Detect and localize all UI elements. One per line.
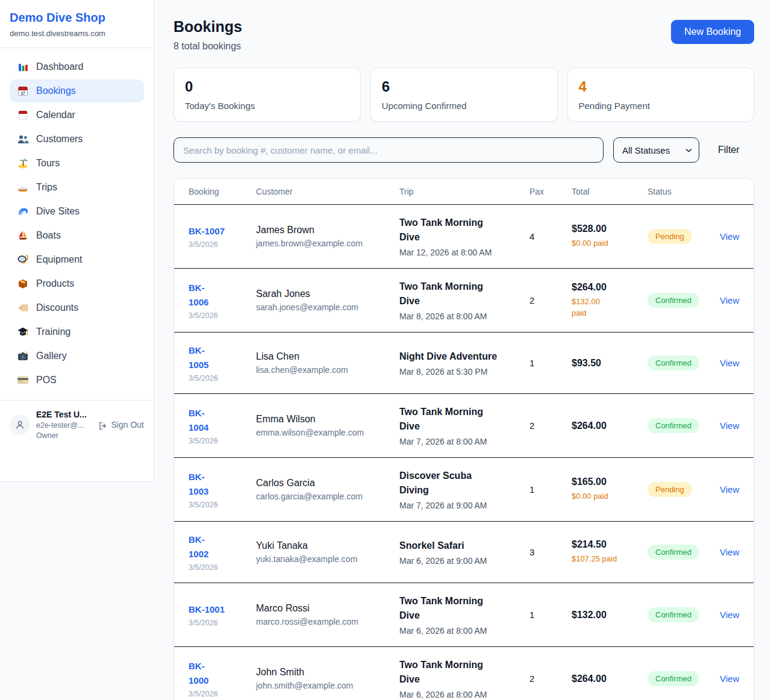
booking-cell: BK-1007 3/5/2026	[189, 224, 256, 249]
svg-text:17: 17	[20, 91, 25, 95]
total-cell: $264.00	[572, 420, 648, 431]
booking-date: 3/5/2026	[189, 563, 256, 572]
booking-number-link[interactable]: BK- 1000	[189, 659, 256, 688]
stat-card: 4 Pending Payment	[567, 67, 755, 122]
booking-number-link[interactable]: BK- 1005	[189, 343, 256, 372]
pax-count: 1	[529, 610, 572, 620]
trip-cell: Two Tank Morning Dive Mar 7, 2026 at 8:0…	[399, 405, 529, 446]
booking-number-link[interactable]: BK- 1002	[189, 533, 256, 561]
trip-name: Two Tank Morning Dive	[399, 216, 517, 245]
calendar-icon	[17, 109, 29, 121]
customer-name: James Brown	[256, 225, 399, 236]
sidebar-item-equipment[interactable]: Equipment	[10, 248, 144, 271]
actions-cell: View	[720, 673, 739, 684]
status-cell: Confirmed	[648, 418, 720, 433]
sidebar-item-dive-sites[interactable]: Dive Sites	[10, 200, 144, 223]
status-badge: Pending	[648, 482, 692, 497]
view-link[interactable]: View	[720, 295, 739, 305]
paid-amount: $132.00 paid	[572, 296, 648, 319]
table-row: BK- 1006 3/5/2026 Sarah Jones sarah.jone…	[174, 268, 754, 332]
customer-email: james.brown@example.com	[256, 239, 399, 248]
booking-cell: BK- 1004 3/5/2026	[189, 406, 256, 445]
brand-block: Demo Dive Shop demo.test.divestreams.com	[0, 0, 154, 48]
booking-number-link[interactable]: BK- 1004	[189, 406, 256, 435]
booking-cell: BK- 1006 3/5/2026	[189, 281, 256, 320]
trip-datetime: Mar 8, 2026 at 8:00 AM	[399, 311, 517, 321]
status-badge: Confirmed	[648, 545, 699, 560]
pax-count: 2	[529, 673, 572, 684]
stat-value: 6	[382, 78, 546, 95]
booking-number-link[interactable]: BK- 1003	[189, 470, 256, 499]
status-badge: Confirmed	[648, 293, 699, 308]
total-amount: $93.50	[572, 358, 648, 369]
sidebar-item-products[interactable]: Products	[10, 272, 144, 295]
new-booking-button[interactable]: New Booking	[671, 20, 754, 44]
trip-datetime: Mar 6, 2026 at 8:00 AM	[399, 690, 517, 699]
paid-amount: $107.25 paid	[572, 553, 648, 565]
sidebar-item-boats[interactable]: Boats	[10, 224, 144, 247]
sidebar-item-calendar[interactable]: Calendar	[10, 104, 144, 127]
speedboat-icon	[17, 181, 29, 193]
user-name: E2E Test U...	[36, 409, 87, 420]
trip-datetime: Mar 6, 2026 at 8:00 AM	[399, 626, 517, 636]
trip-datetime: Mar 7, 2026 at 9:00 AM	[399, 501, 517, 510]
status-cell: Confirmed	[648, 293, 720, 308]
booking-date: 3/5/2026	[189, 619, 256, 627]
trip-cell: Two Tank Morning Dive Mar 6, 2026 at 8:0…	[399, 594, 529, 636]
booking-cell: BK- 1000 3/5/2026	[189, 659, 256, 698]
trip-cell: Two Tank Morning Dive Mar 8, 2026 at 8:0…	[399, 280, 529, 321]
total-cell: $528.00 $0.00 paid	[572, 223, 648, 249]
booking-number-link[interactable]: BK-1001	[189, 602, 256, 617]
sidebar-item-discounts[interactable]: Discounts	[10, 296, 144, 319]
sidebar-item-training[interactable]: Training	[10, 320, 144, 343]
pax-count: 1	[529, 358, 572, 368]
stats-row: 0 Today's Bookings 6 Upcoming Confirmed …	[173, 67, 754, 122]
view-link[interactable]: View	[720, 484, 739, 495]
search-input[interactable]	[173, 137, 604, 163]
calendar-date-icon: 17	[17, 85, 29, 97]
filter-button[interactable]: Filter	[718, 145, 740, 155]
sidebar-item-bookings[interactable]: 17 Bookings	[10, 80, 144, 102]
view-link[interactable]: View	[720, 673, 739, 684]
customer-email: carlos.garcia@example.com	[256, 492, 399, 501]
shop-domain: demo.test.divestreams.com	[10, 29, 144, 38]
sidebar-item-gallery[interactable]: Gallery	[10, 345, 144, 367]
avatar	[10, 414, 30, 435]
status-badge: Confirmed	[648, 418, 699, 433]
actions-cell: View	[720, 484, 739, 495]
booking-number-link[interactable]: BK-1007	[189, 224, 256, 239]
col-header-booking: Booking	[189, 187, 256, 196]
wave-icon	[17, 205, 29, 217]
booking-date: 3/5/2026	[189, 240, 256, 249]
view-link[interactable]: View	[720, 231, 739, 242]
sidebar-item-dashboard[interactable]: Dashboard	[10, 55, 144, 78]
actions-cell: View	[720, 547, 739, 558]
sidebar-item-pos[interactable]: POS	[10, 369, 144, 392]
sidebar-nav: Dashboard 17 Bookings Calendar Customers…	[0, 48, 154, 400]
sign-out-button[interactable]: Sign Out	[98, 420, 144, 430]
view-link[interactable]: View	[720, 358, 739, 368]
view-link[interactable]: View	[720, 420, 739, 431]
sidebar-item-trips[interactable]: Trips	[10, 176, 144, 199]
trip-cell: Two Tank Morning Dive Mar 12, 2026 at 8:…	[399, 216, 529, 257]
trip-cell: Discover Scuba Diving Mar 7, 2026 at 9:0…	[399, 469, 529, 510]
user-section: E2E Test U... e2e-tester@... Owner Sign …	[0, 400, 154, 449]
trip-datetime: Mar 12, 2026 at 8:00 AM	[399, 248, 517, 257]
island-icon	[17, 157, 29, 169]
view-link[interactable]: View	[720, 610, 739, 620]
sidebar-item-tours[interactable]: Tours	[10, 152, 144, 175]
status-select[interactable]: All Statuses	[614, 138, 699, 162]
page-subtitle: 8 total bookings	[173, 41, 242, 52]
bar-chart-icon	[17, 61, 29, 73]
total-cell: $214.50 $107.25 paid	[572, 539, 648, 565]
booking-date: 3/5/2026	[189, 690, 256, 698]
view-link[interactable]: View	[720, 547, 739, 557]
booking-date: 3/5/2026	[189, 501, 256, 509]
booking-cell: BK-1001 3/5/2026	[189, 602, 256, 627]
sidebar-item-customers[interactable]: Customers	[10, 128, 144, 151]
customer-email: marco.rossi@example.com	[256, 617, 399, 627]
customer-cell: Marco Rossi marco.rossi@example.com	[256, 603, 399, 627]
customer-name: Yuki Tanaka	[256, 540, 399, 551]
status-cell: Pending	[648, 482, 720, 497]
booking-number-link[interactable]: BK- 1006	[189, 281, 256, 310]
